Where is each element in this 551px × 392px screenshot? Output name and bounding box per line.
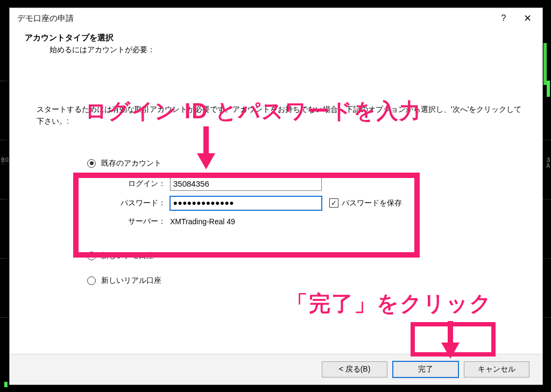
login-row: ログイン： [118, 177, 527, 191]
login-input[interactable] [170, 177, 322, 191]
demo-account-dialog: デモ口座の申請 ? ✕ アカウントタイプを選択 始めるにはアカウントが必要： ス… [9, 8, 543, 385]
radio-icon [87, 276, 96, 285]
section-heading: アカウントタイプを選択 [25, 33, 527, 43]
server-value: XMTrading-Real 49 [170, 217, 235, 226]
cancel-button[interactable]: キャンセル [464, 361, 529, 377]
password-row: パスワード： パスワードを保存 [118, 196, 527, 210]
radio-existing-account[interactable]: 既存のアカウント [87, 155, 527, 172]
save-password-label: パスワードを保存 [342, 198, 402, 208]
close-button[interactable]: ✕ [515, 10, 539, 26]
radio-icon [87, 159, 96, 168]
annotation-arrow-2 [438, 319, 463, 362]
annotation-arrow-1 [194, 124, 218, 173]
radio-icon [87, 252, 96, 260]
radio-new-real[interactable]: 新しいリアル口座 [87, 273, 527, 289]
annotation-login-text: ログイン ID とパスワードを入力 [85, 96, 422, 126]
dialog-content: アカウントタイプを選択 始めるにはアカウントが必要： スタートするためには有効な… [10, 28, 542, 354]
dialog-title: デモ口座の申請 [17, 13, 74, 24]
help-button[interactable]: ? [492, 10, 515, 26]
login-label: ログイン： [118, 179, 166, 189]
section-subheading: 始めるにはアカウントが必要： [50, 45, 527, 55]
finish-button[interactable]: 完了 [393, 361, 458, 377]
password-input[interactable] [170, 196, 322, 210]
annotation-finish-text: 「完了」をクリック [286, 289, 492, 318]
existing-account-block: 既存のアカウント ログイン： パスワード： パスワードを保存 サーバー： XMT… [87, 155, 527, 226]
save-password-checkbox[interactable] [329, 198, 338, 208]
radio-new-demo[interactable]: 新しいデモ口座 [87, 248, 527, 264]
back-button[interactable]: < 戻る(B) [322, 361, 387, 377]
radio-label: 既存のアカウント [101, 159, 161, 168]
radio-label: 新しいデモ口座 [101, 251, 154, 261]
titlebar: デモ口座の申請 ? ✕ [10, 8, 542, 28]
other-options: 新しいデモ口座 新しいリアル口座 [87, 248, 527, 289]
password-label: パスワード： [118, 198, 166, 208]
radio-label: 新しいリアル口座 [101, 276, 161, 286]
server-row: サーバー： XMTrading-Real 49 [118, 217, 527, 226]
server-label: サーバー： [118, 217, 166, 226]
